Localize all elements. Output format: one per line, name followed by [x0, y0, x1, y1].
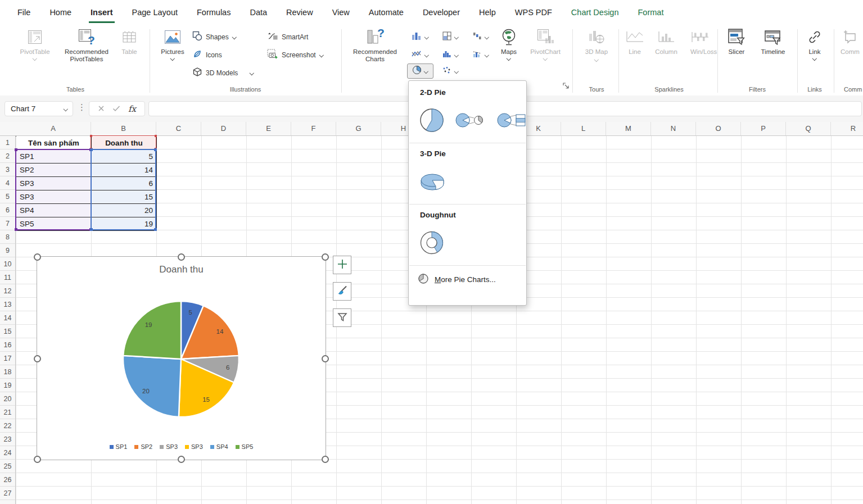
smartart-button[interactable]: SmartArt: [267, 29, 308, 44]
column-header-L[interactable]: L: [561, 122, 606, 135]
resize-handle[interactable]: [322, 355, 329, 362]
row-header-14[interactable]: 14: [0, 311, 15, 325]
recommended-charts-button[interactable]: ? Recommended Charts: [349, 27, 401, 63]
icons-button[interactable]: Icons: [192, 47, 222, 62]
row-header-15[interactable]: 15: [0, 325, 15, 338]
enter-icon[interactable]: [112, 104, 120, 114]
pictures-button[interactable]: Pictures: [156, 27, 189, 60]
cell-B6[interactable]: 20: [92, 204, 157, 217]
column-header-P[interactable]: P: [741, 122, 786, 135]
row-header-3[interactable]: 3: [0, 163, 15, 176]
tab-wps-pdf[interactable]: WPS PDF: [505, 0, 562, 25]
pie-slice-SP4-20[interactable]: [123, 356, 181, 417]
column-header-C[interactable]: C: [156, 122, 201, 135]
menu-option-3d-pie[interactable]: [418, 170, 447, 193]
cell-A3[interactable]: SP2: [16, 164, 92, 177]
resize-handle[interactable]: [34, 355, 41, 362]
cell-A7[interactable]: SP5: [16, 217, 92, 231]
row-header-13[interactable]: 13: [0, 298, 15, 311]
row-header-6[interactable]: 6: [0, 203, 15, 217]
3d-map-button[interactable]: 3D Map: [578, 27, 615, 63]
maps-button[interactable]: Maps: [494, 27, 523, 60]
recommended-pivottables-button[interactable]: ? Recommended PivotTables: [54, 27, 119, 63]
row-header-11[interactable]: 11: [0, 271, 15, 284]
row-header-26[interactable]: 26: [0, 473, 15, 487]
column-header-N[interactable]: N: [651, 122, 696, 135]
row-header-8[interactable]: 8: [0, 230, 15, 244]
row-header-21[interactable]: 21: [0, 406, 15, 419]
cell-B7[interactable]: 19: [92, 217, 157, 231]
insert-function-icon[interactable]: fx: [128, 104, 136, 114]
row-header-9[interactable]: 9: [0, 244, 15, 257]
resize-handle[interactable]: [34, 456, 41, 463]
insert-waterfall-chart-button[interactable]: [468, 29, 494, 44]
formula-bar-drag-handle[interactable]: ⋮: [78, 102, 86, 112]
cell-A2[interactable]: SP1: [16, 150, 92, 164]
insert-column-chart-button[interactable]: [407, 29, 433, 44]
column-header-Q[interactable]: Q: [786, 122, 831, 135]
row-header-2[interactable]: 2: [0, 149, 15, 163]
menu-option-bar-of-pie[interactable]: [495, 108, 527, 133]
pie-slice-SP5-19[interactable]: [123, 301, 181, 359]
chart-styles-button[interactable]: [333, 282, 351, 301]
tab-home[interactable]: Home: [40, 0, 81, 25]
chart-elements-button[interactable]: [333, 256, 351, 274]
tab-data[interactable]: Data: [240, 0, 277, 25]
row-header-19[interactable]: 19: [0, 379, 15, 392]
column-header-A[interactable]: A: [16, 122, 91, 135]
row-header-4[interactable]: 4: [0, 176, 15, 190]
row-header-10[interactable]: 10: [0, 257, 15, 271]
insert-combo-chart-button[interactable]: [468, 47, 494, 62]
chart-filters-button[interactable]: [333, 308, 351, 327]
pie-chart-object[interactable]: Doanh thu 5146152019 SP1SP2SP3SP3SP4SP5: [37, 256, 326, 460]
cancel-icon[interactable]: [98, 104, 105, 114]
resize-handle[interactable]: [34, 253, 41, 261]
link-button[interactable]: Link: [802, 27, 827, 60]
name-box[interactable]: Chart 7: [4, 101, 73, 116]
row-header-22[interactable]: 22: [0, 419, 15, 433]
cell-B3[interactable]: 14: [92, 164, 157, 177]
tab-format[interactable]: Format: [628, 0, 673, 25]
column-header-R[interactable]: R: [831, 122, 863, 135]
cell-B5[interactable]: 15: [92, 190, 157, 204]
pivotchart-button[interactable]: PivotChart: [527, 27, 564, 60]
row-header-24[interactable]: 24: [0, 446, 15, 460]
cell-B1[interactable]: Doanh thu: [92, 137, 157, 150]
tab-review[interactable]: Review: [277, 0, 323, 25]
cell-B2[interactable]: 5: [92, 150, 157, 164]
column-header-M[interactable]: M: [606, 122, 651, 135]
resize-handle[interactable]: [178, 253, 185, 261]
row-header-18[interactable]: 18: [0, 365, 15, 379]
row-header-12[interactable]: 12: [0, 284, 15, 298]
tab-view[interactable]: View: [323, 0, 359, 25]
chart-legend[interactable]: SP1SP2SP3SP3SP4SP5: [37, 443, 326, 450]
column-header-F[interactable]: F: [291, 122, 336, 135]
tab-insert[interactable]: Insert: [81, 0, 123, 25]
insert-hierarchy-chart-button[interactable]: [437, 29, 464, 44]
cell-A4[interactable]: SP3: [16, 177, 92, 190]
row-header-1[interactable]: 1: [0, 136, 15, 149]
row-header-7[interactable]: 7: [0, 217, 15, 230]
timeline-button[interactable]: Timeline: [753, 27, 793, 56]
insert-statistic-chart-button[interactable]: [437, 47, 464, 62]
menu-option-pie-of-pie[interactable]: [454, 108, 487, 133]
row-header-23[interactable]: 23: [0, 433, 15, 446]
resize-handle[interactable]: [322, 253, 329, 261]
tab-file[interactable]: File: [8, 0, 40, 25]
resize-handle[interactable]: [322, 456, 329, 463]
insert-pie-chart-button[interactable]: [407, 63, 433, 79]
3d-models-button[interactable]: 3D Models: [192, 65, 254, 80]
resize-handle[interactable]: [178, 456, 185, 463]
comment-button[interactable]: Comm: [838, 27, 863, 56]
row-header-27[interactable]: 27: [0, 487, 15, 500]
slicer-button[interactable]: Slicer: [721, 27, 752, 56]
charts-dialog-launcher[interactable]: [562, 81, 570, 92]
row-header-17[interactable]: 17: [0, 352, 15, 365]
cell-A1[interactable]: Tên sản phẩm: [16, 137, 92, 150]
shapes-button[interactable]: Shapes: [192, 29, 237, 44]
menu-option-pie[interactable]: [418, 106, 446, 134]
sparkline-line-button[interactable]: Line: [622, 27, 648, 56]
tab-automate[interactable]: Automate: [359, 0, 413, 25]
cell-A5[interactable]: SP3: [16, 190, 92, 204]
column-header-E[interactable]: E: [246, 122, 291, 135]
